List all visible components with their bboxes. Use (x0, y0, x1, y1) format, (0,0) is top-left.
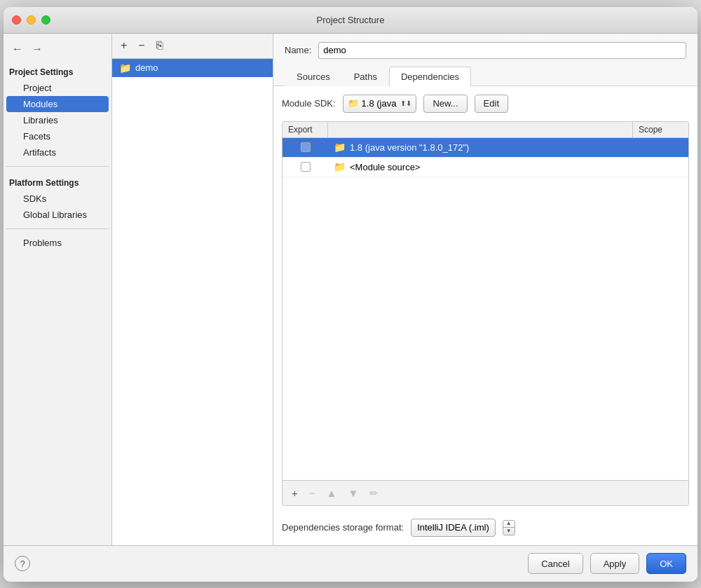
dependencies-table: Export Scope 📁 1.8 (java version (282, 121, 689, 506)
col-name-header (328, 122, 632, 137)
sdk-row: Module SDK: 📁 1.8 (java ⬆⬇ New... Edit (282, 95, 689, 113)
checkbox-icon (301, 142, 311, 152)
sdk-value: 1.8 (java (362, 98, 397, 109)
table-body: 📁 1.8 (java version "1.8.0_172") 📁 (283, 138, 688, 480)
sidebar-item-libraries[interactable]: Libraries (6, 112, 109, 128)
sidebar-item-project[interactable]: Project (6, 80, 109, 96)
table-header: Export Scope (283, 122, 688, 138)
apply-button[interactable]: Apply (590, 553, 640, 574)
dep-edit-button[interactable]: ✏ (366, 486, 382, 500)
storage-value: IntelliJ IDEA (.iml) (417, 522, 489, 533)
folder-icon: 📁 (348, 98, 359, 109)
window-controls (12, 15, 50, 25)
add-module-button[interactable]: + (118, 39, 130, 53)
remove-module-button[interactable]: − (135, 39, 147, 53)
footer-right: Cancel Apply OK (528, 553, 686, 574)
dep-remove-button[interactable]: − (306, 486, 319, 500)
minimize-button[interactable] (27, 15, 36, 25)
tab-dependencies[interactable]: Dependencies (389, 67, 471, 86)
back-button[interactable]: ← (9, 42, 26, 56)
sidebar-item-modules[interactable]: Modules (6, 96, 109, 112)
storage-label: Dependencies storage format: (282, 522, 404, 533)
tab-sources[interactable]: Sources (285, 67, 342, 86)
table-row[interactable]: 📁 <Module source> (283, 158, 688, 177)
dep-folder-icon: 📁 (334, 142, 346, 153)
spinner-up-icon[interactable]: ▲ (503, 521, 515, 528)
maximize-button[interactable] (41, 15, 50, 25)
sidebar-item-artifacts[interactable]: Artifacts (6, 144, 109, 160)
sidebar: ← → Project Settings Project Modules Lib… (4, 34, 112, 545)
cancel-button[interactable]: Cancel (528, 553, 583, 574)
right-header: Name: Sources Paths Dependencies (273, 34, 697, 86)
sidebar-item-facets[interactable]: Facets (6, 128, 109, 144)
module-folder-icon: 📁 (119, 62, 131, 74)
main-content: ← → Project Settings Project Modules Lib… (4, 34, 697, 545)
dep-name-module-source: 📁 <Module source> (328, 158, 632, 175)
module-list: 📁 demo (112, 59, 273, 545)
storage-format-row: Dependencies storage format: IntelliJ ID… (282, 512, 689, 537)
help-button[interactable]: ? (15, 556, 30, 571)
name-row: Name: (285, 42, 686, 59)
module-item-label: demo (135, 62, 158, 73)
export-checkbox-module-source[interactable] (283, 159, 328, 175)
dep-add-button[interactable]: + (288, 486, 301, 500)
sdk-dropdown[interactable]: 📁 1.8 (java ⬆⬇ (343, 95, 417, 113)
project-settings-header: Project Settings (4, 62, 111, 80)
right-body: Module SDK: 📁 1.8 (java ⬆⬇ New... Edit E… (273, 86, 697, 545)
col-scope-header: Scope (632, 122, 688, 137)
module-list-panel: + − ⎘ 📁 demo (112, 34, 273, 545)
export-checkbox-jdk[interactable] (283, 139, 328, 155)
spinner-down-icon[interactable]: ▼ (503, 528, 515, 535)
right-panel: Name: Sources Paths Dependencies (273, 34, 697, 545)
tab-paths[interactable]: Paths (342, 67, 389, 86)
tabs: Sources Paths Dependencies (285, 66, 686, 86)
close-button[interactable] (12, 15, 21, 25)
col-export-header: Export (283, 122, 328, 137)
dep-down-button[interactable]: ▼ (344, 486, 362, 500)
sidebar-item-sdks[interactable]: SDKs (6, 191, 109, 207)
copy-module-button[interactable]: ⎘ (154, 39, 166, 53)
sidebar-divider-2 (6, 228, 109, 229)
forward-button[interactable]: → (29, 42, 46, 56)
module-item-demo[interactable]: 📁 demo (112, 59, 273, 77)
table-row[interactable]: 📁 1.8 (java version "1.8.0_172") (283, 138, 688, 158)
edit-sdk-button[interactable]: Edit (475, 95, 508, 113)
project-structure-window: Project Structure ← → Project Settings P… (4, 7, 697, 582)
sdk-chevron-icon: ⬆⬇ (400, 100, 411, 107)
checkbox-icon (301, 162, 311, 172)
sdk-label: Module SDK: (282, 98, 336, 109)
storage-dropdown[interactable]: IntelliJ IDEA (.iml) (411, 519, 496, 537)
new-sdk-button[interactable]: New... (423, 95, 467, 113)
footer-left: ? (15, 556, 30, 571)
dep-folder-icon: 📁 (334, 161, 346, 172)
footer: ? Cancel Apply OK (4, 545, 697, 582)
module-name-input[interactable] (318, 42, 686, 59)
ok-button[interactable]: OK (646, 553, 686, 574)
dep-toolbar: + − ▲ ▼ ✏ (283, 480, 688, 505)
sidebar-divider (6, 166, 109, 167)
title-bar: Project Structure (4, 7, 697, 34)
storage-spinner[interactable]: ▲ ▼ (503, 520, 515, 535)
module-toolbar: + − ⎘ (112, 34, 273, 59)
sidebar-item-problems[interactable]: Problems (6, 235, 109, 251)
dep-up-button[interactable]: ▲ (323, 486, 341, 500)
dep-scope-module-source (632, 164, 688, 170)
dep-scope-jdk (632, 144, 688, 150)
name-label: Name: (285, 45, 311, 55)
sidebar-item-global-libraries[interactable]: Global Libraries (6, 207, 109, 223)
window-title: Project Structure (317, 15, 385, 25)
dep-name-jdk: 📁 1.8 (java version "1.8.0_172") (328, 139, 632, 156)
nav-buttons: ← → (4, 39, 111, 62)
platform-settings-header: Platform Settings (4, 172, 111, 191)
